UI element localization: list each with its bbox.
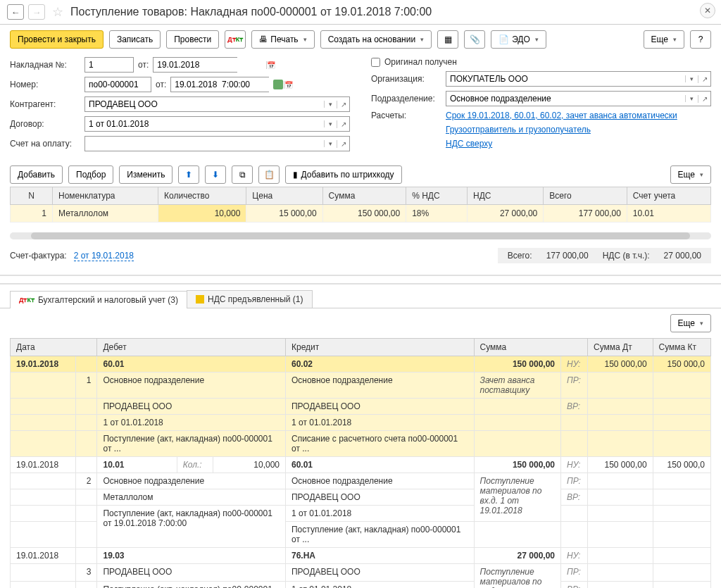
- col-price[interactable]: Цена: [246, 187, 322, 205]
- acc-row[interactable]: Поступление (акт, накладная) по00-000001…: [11, 506, 711, 522]
- table-more-button[interactable]: Еще: [670, 165, 711, 184]
- acc-row[interactable]: 1 от 01.01.2018 1 от 01.01.2018: [11, 415, 711, 431]
- dtkt-icon: ДᴛКᴛ: [19, 296, 35, 304]
- tab-vat[interactable]: НДС предъявленный (1): [187, 290, 312, 308]
- contractor-input[interactable]: [85, 97, 324, 111]
- col-nomenclature[interactable]: Номенклатура: [53, 187, 158, 205]
- col-qty[interactable]: Количество: [158, 187, 246, 205]
- account-input[interactable]: [85, 137, 324, 151]
- acc-more-button[interactable]: Еще: [670, 314, 711, 332]
- original-received-checkbox[interactable]: [371, 58, 380, 67]
- col-n[interactable]: N: [11, 187, 53, 205]
- acc-row[interactable]: 19.01.2018 60.01 60.02 150 000,00 НУ: 15…: [11, 356, 711, 373]
- tab-accounting[interactable]: ДᴛКᴛ Бухгалтерский и налоговый учет (3): [10, 291, 187, 308]
- from-label-2: от:: [156, 80, 166, 89]
- copy-button[interactable]: ⧉: [232, 165, 253, 184]
- invoice-no-input[interactable]: [84, 57, 134, 73]
- vat-link[interactable]: НДС сверху: [446, 139, 492, 149]
- col-sum[interactable]: Сумма: [474, 339, 587, 356]
- col-credit[interactable]: Кредит: [285, 339, 474, 356]
- settlements-link[interactable]: Срок 19.01.2018, 60.01, 60.02, зачет ава…: [446, 111, 677, 120]
- main-toolbar: Провести и закрыть Записать Провести ДᴛК…: [0, 25, 721, 54]
- contract-input[interactable]: [85, 117, 324, 131]
- number-label: Номер:: [10, 80, 80, 89]
- invoice-no-label: Накладная №:: [10, 60, 80, 70]
- dropdown-icon[interactable]: ▾: [324, 101, 337, 108]
- contract-label: Договор:: [10, 119, 80, 129]
- save-button[interactable]: Записать: [109, 30, 161, 49]
- settlements-label: Расчеты:: [371, 111, 441, 120]
- more-button[interactable]: Еще: [644, 30, 684, 49]
- close-button[interactable]: ✕: [700, 3, 715, 18]
- structure-button[interactable]: ▦: [437, 30, 458, 49]
- acc-row[interactable]: 2 Основное подразделение Основное подраз…: [11, 473, 711, 489]
- dropdown-icon[interactable]: ▾: [685, 75, 698, 82]
- dtkt-button[interactable]: ДᴛКᴛ: [225, 30, 246, 49]
- help-button[interactable]: ?: [690, 30, 711, 49]
- items-table: N Номенклатура Количество Цена Сумма % Н…: [10, 187, 711, 223]
- acc-row[interactable]: 19.01.2018 19.03 76.НА 27 000,00 НУ:: [11, 548, 711, 564]
- open-icon[interactable]: ↗: [337, 140, 349, 148]
- create-based-button[interactable]: Создать на основании: [320, 30, 432, 49]
- attachments-button[interactable]: 📎: [464, 30, 485, 49]
- col-vat[interactable]: НДС: [468, 187, 544, 205]
- post-and-close-button[interactable]: Провести и закрыть: [10, 30, 104, 49]
- col-sum-kt[interactable]: Сумма Кт: [653, 339, 710, 356]
- add-barcode-button[interactable]: ▮ Добавить по штрихкоду: [285, 165, 401, 184]
- post-button[interactable]: Провести: [166, 30, 219, 49]
- calendar-icon[interactable]: 📅: [266, 61, 275, 69]
- original-received-label: Оригинал получен: [384, 57, 457, 67]
- open-icon[interactable]: ↗: [698, 95, 710, 103]
- col-total[interactable]: Всего: [544, 187, 627, 205]
- select-button[interactable]: Подбор: [68, 165, 113, 184]
- open-icon[interactable]: ↗: [698, 75, 710, 83]
- print-button[interactable]: 🖶 Печать: [251, 30, 314, 49]
- calendar-icon[interactable]: 📅: [284, 81, 293, 89]
- horizontal-scrollbar[interactable]: [10, 232, 711, 239]
- open-icon[interactable]: ↗: [337, 101, 349, 108]
- col-vat-pct[interactable]: % НДС: [406, 187, 468, 205]
- acc-row[interactable]: 3 ПРОДАВЕЦ ООО ПРОДАВЕЦ ООО Поступление …: [11, 564, 711, 582]
- dropdown-icon[interactable]: ▾: [324, 120, 337, 127]
- move-up-button[interactable]: ⬆: [178, 165, 199, 184]
- number-input[interactable]: [84, 77, 151, 92]
- accounting-table: Дата Дебет Кредит Сумма Сумма Дт Сумма К…: [10, 338, 711, 588]
- col-account[interactable]: Счет учета: [627, 187, 710, 205]
- from-label-1: от:: [138, 60, 149, 70]
- favorite-icon[interactable]: ☆: [52, 4, 63, 20]
- col-sum-dt[interactable]: Сумма Дт: [587, 339, 653, 356]
- shipper-link[interactable]: Грузоотправитель и грузополучатель: [446, 125, 591, 135]
- page-title: Поступление товаров: Накладная по00-0000…: [70, 6, 432, 18]
- acc-row[interactable]: ПРОДАВЕЦ ООО ПРОДАВЕЦ ООО ВР:: [11, 399, 711, 415]
- open-icon[interactable]: ↗: [337, 120, 349, 128]
- col-date[interactable]: Дата: [11, 339, 97, 356]
- org-label: Организация:: [371, 74, 441, 84]
- paste-button[interactable]: 📋: [258, 165, 280, 184]
- invoice-label: Счет-фактура:: [10, 251, 67, 261]
- invoice-link[interactable]: 2 от 19.01.2018: [74, 251, 134, 261]
- move-down-button[interactable]: ⬇: [205, 165, 226, 184]
- col-sum[interactable]: Сумма: [322, 187, 406, 205]
- vat-icon: [196, 295, 204, 304]
- acc-row[interactable]: Поступление (акт, накладная) по00-000001…: [11, 581, 711, 588]
- acc-row[interactable]: 1 Основное подразделение Основное подраз…: [11, 373, 711, 399]
- acc-row[interactable]: Металлолом ПРОДАВЕЦ ООО ВР:: [11, 489, 711, 506]
- back-button[interactable]: ←: [7, 4, 24, 20]
- division-input[interactable]: [446, 92, 685, 106]
- edo-button[interactable]: 📄 ЭДО: [491, 30, 546, 49]
- status-icon: [273, 80, 283, 89]
- datetime-input[interactable]: [171, 77, 284, 92]
- dropdown-icon[interactable]: ▾: [685, 95, 698, 102]
- account-label: Счет на оплату:: [10, 139, 80, 149]
- forward-button[interactable]: →: [28, 4, 45, 20]
- dropdown-icon[interactable]: ▾: [324, 140, 337, 147]
- col-debit[interactable]: Дебет: [97, 339, 286, 356]
- acc-row[interactable]: Поступление (акт, накладная) по00-000001…: [11, 431, 711, 457]
- table-row[interactable]: 1 Металлолом 10,000 15 000,00 150 000,00…: [11, 205, 711, 223]
- add-button[interactable]: Добавить: [10, 165, 63, 184]
- org-input[interactable]: [446, 72, 685, 86]
- edit-button[interactable]: Изменить: [119, 165, 173, 184]
- acc-row[interactable]: 19.01.2018 10.01 Кол.: 10,000 60.01 150 …: [11, 457, 711, 473]
- invoice-date-input[interactable]: [153, 58, 266, 72]
- divider: [0, 275, 721, 284]
